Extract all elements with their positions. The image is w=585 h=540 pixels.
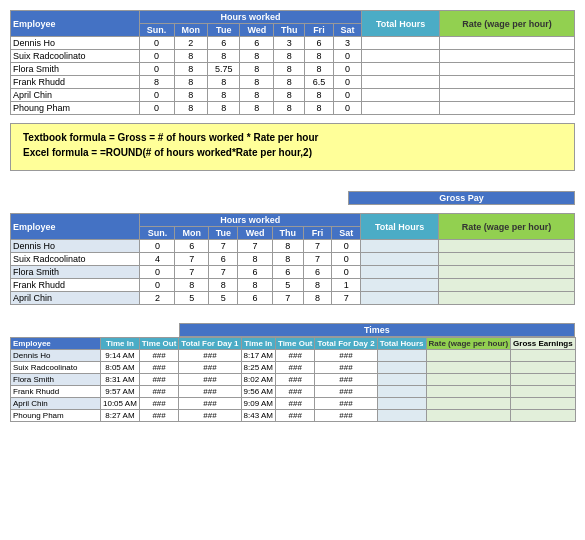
col-tue-2: Tue — [209, 227, 238, 240]
col-time-in-2: Time In — [241, 338, 275, 350]
col-header-total-1: Total Hours — [362, 11, 440, 37]
col-header-hours-2: Hours worked — [140, 214, 361, 227]
table-row: April Chin 2 5 5 6 7 8 7 — [11, 292, 575, 305]
table-row: Flora Smith 0 8 5.75 8 8 8 0 — [11, 63, 575, 76]
table-row: Frank Rhudd 0 8 8 8 5 8 1 — [11, 279, 575, 292]
gross-pay-header: Gross Pay — [10, 191, 575, 205]
table-row: Dennis Ho 9:14 AM ### ### 8:17 AM ### ##… — [11, 350, 576, 362]
table-row: Phoung Pham 8:27 AM ### ### 8:43 AM ### … — [11, 410, 576, 422]
col-header-employee-3: Employee — [11, 338, 101, 350]
col-header-total-2: Total Hours — [361, 214, 439, 240]
table-row: Phoung Pham 0 8 8 8 8 8 0 — [11, 102, 575, 115]
times-label-table: Times — [10, 323, 575, 337]
col-wed-1: Wed — [240, 24, 274, 37]
table-row: Dennis Ho 0 6 7 7 8 7 0 — [11, 240, 575, 253]
col-time-out-1: Time Out — [139, 338, 179, 350]
col-sun-2: Sun. — [140, 227, 175, 240]
col-header-hours-1: Hours worked — [139, 11, 362, 24]
table-row: April Chin 10:05 AM ### ### 9:09 AM ### … — [11, 398, 576, 410]
col-thu-1: Thu — [274, 24, 305, 37]
times-table: Employee Time In Time Out Total For Day … — [10, 337, 576, 422]
gross-pay-label-table: Gross Pay — [10, 191, 575, 213]
table-row: Flora Smith 8:31 AM ### ### 8:02 AM ### … — [11, 374, 576, 386]
hours-worked-table-2: Employee Hours worked Total Hours Rate (… — [10, 213, 575, 305]
col-mon-2: Mon — [175, 227, 209, 240]
table-row: April Chin 0 8 8 8 8 8 0 — [11, 89, 575, 102]
col-total-day-1: Total For Day 1 — [179, 338, 241, 350]
table-row: Frank Rhudd 8 8 8 8 8 6.5 0 — [11, 76, 575, 89]
col-time-out-2: Time Out — [275, 338, 315, 350]
col-header-rate-2: Rate (wage per hour) — [439, 214, 575, 240]
col-rate-3: Rate (wage per hour) — [426, 338, 511, 350]
hours-worked-table-1: Employee Hours worked Total Hours Rate (… — [10, 10, 575, 115]
spreadsheet: Employee Hours worked Total Hours Rate (… — [10, 10, 575, 422]
table-row: Frank Rhudd 9:57 AM ### ### 9:56 AM ### … — [11, 386, 576, 398]
formula-box: Textbook formula = Gross = # of hours wo… — [10, 123, 575, 171]
table-row: Suix Radcoolinato 8:05 AM ### ### 8:25 A… — [11, 362, 576, 374]
table-row: Suix Radcoolinato 0 8 8 8 8 8 0 — [11, 50, 575, 63]
table-row: Suix Radcoolinato 4 7 6 8 8 7 0 — [11, 253, 575, 266]
col-sat-1: Sat — [333, 24, 362, 37]
table-row: Flora Smith 0 7 7 6 6 6 0 — [11, 266, 575, 279]
col-time-in-1: Time In — [101, 338, 140, 350]
col-total-hours-3: Total Hours — [377, 338, 426, 350]
col-thu-2: Thu — [272, 227, 303, 240]
col-mon-1: Mon — [174, 24, 208, 37]
col-wed-2: Wed — [238, 227, 272, 240]
formula-text-2: Excel formula = =ROUND(# of hours worked… — [23, 147, 562, 158]
col-header-rate-1: Rate (wage per hour) — [439, 11, 574, 37]
col-header-employee-2: Employee — [11, 214, 140, 240]
times-header-cell: Times — [179, 324, 574, 337]
col-sun-1: Sun. — [139, 24, 174, 37]
col-tue-1: Tue — [208, 24, 240, 37]
col-fri-2: Fri — [303, 227, 332, 240]
col-sat-2: Sat — [332, 227, 361, 240]
col-total-day-2: Total For Day 2 — [315, 338, 377, 350]
col-header-employee-1: Employee — [11, 11, 140, 37]
col-fri-1: Fri — [305, 24, 334, 37]
col-gross-earnings: Gross Earnings — [511, 338, 576, 350]
gross-pay-cell: Gross Pay — [349, 192, 575, 205]
table-row: Dennis Ho 0 2 6 6 3 6 3 — [11, 37, 575, 50]
formula-text-1: Textbook formula = Gross = # of hours wo… — [23, 132, 562, 143]
